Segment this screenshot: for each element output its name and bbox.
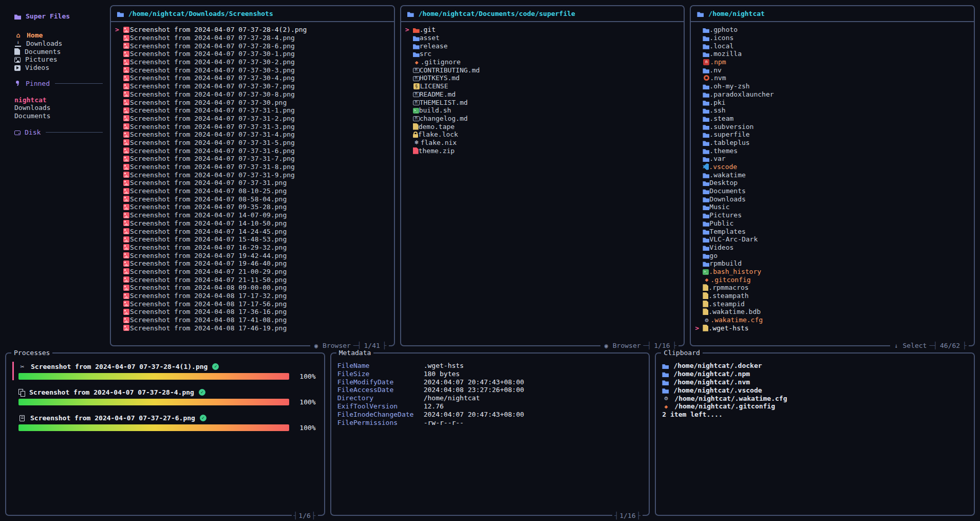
sidebar-item-downloads[interactable]: Downloads [7, 40, 103, 48]
sidebar-item-pictures[interactable]: Pictures [7, 55, 103, 64]
file-row[interactable]: release [403, 42, 682, 50]
file-row[interactable]: VLC-Arc-Dark [693, 235, 972, 244]
file-row[interactable]: Documents [693, 187, 972, 195]
file-row[interactable]: .icons [693, 34, 972, 42]
file-row[interactable]: .nv [693, 66, 972, 74]
file-row[interactable]: Screenshot from 2024-04-07 14-07-09.png [113, 211, 392, 219]
file-row[interactable]: >Screenshot from 2024-04-07 07-37-28-4(2… [113, 26, 392, 34]
file-row[interactable]: .local [693, 42, 972, 50]
file-row[interactable]: theme.zip [403, 146, 682, 155]
panel-path-bar[interactable]: /home/nightcat [691, 6, 974, 22]
file-row[interactable]: asset [403, 34, 682, 42]
file-row[interactable]: .gitignore [403, 58, 682, 66]
file-row[interactable]: .wakatime.cfg [693, 316, 972, 324]
clipboard-item[interactable]: /home/nightcat/.gitconfig [662, 402, 968, 411]
file-row[interactable]: Screenshot from 2024-04-07 07-37-30-3.pn… [113, 66, 392, 74]
file-row[interactable]: Screenshot from 2024-04-07 07-37-28-6.pn… [113, 42, 392, 50]
process-item[interactable]: Screenshot from 2024-04-07 07-37-27-6.pn… [12, 413, 318, 432]
file-row[interactable]: Screenshot from 2024-04-07 07-37-30.png [113, 98, 392, 106]
file-row[interactable]: Screenshot from 2024-04-07 21-00-29.png [113, 268, 392, 276]
file-row[interactable]: LICENSE [403, 82, 682, 90]
clipboard-item[interactable]: /home/nightcat/.nvm [662, 378, 968, 386]
file-row[interactable]: src [403, 50, 682, 58]
file-row[interactable]: Screenshot from 2024-04-07 07-37-30-1.pn… [113, 50, 392, 58]
sidebar-item-home[interactable]: Home [7, 31, 103, 40]
file-row[interactable]: Screenshot from 2024-04-08 17-46-19.png [113, 324, 392, 332]
file-row[interactable]: Screenshot from 2024-04-08 09-00-00.png [113, 284, 392, 292]
panel-path-bar[interactable]: /home/nightcat/Downloads/Screenshots [111, 6, 394, 22]
file-row[interactable]: .wakatime [693, 171, 972, 179]
clipboard-item[interactable]: /home/nightcat/.npm [662, 370, 968, 378]
file-row[interactable]: .gitconfig [693, 275, 972, 284]
file-row[interactable]: .steam [693, 115, 972, 123]
file-row[interactable]: Screenshot from 2024-04-07 07-37-31-8.pn… [113, 163, 392, 171]
file-row[interactable]: Public [693, 219, 972, 228]
file-row[interactable]: Screenshot from 2024-04-07 19-46-40.png [113, 259, 392, 268]
file-row[interactable]: .ssh [693, 106, 972, 115]
file-row[interactable]: Screenshot from 2024-04-07 08-58-04.png [113, 195, 392, 203]
file-row[interactable]: .vscode [693, 163, 972, 171]
file-row[interactable]: build.sh [403, 106, 682, 115]
file-row[interactable]: flake.nix [403, 139, 682, 147]
file-row[interactable]: rpmbuild [693, 259, 972, 268]
file-row[interactable]: .wakatime.bdb [693, 308, 972, 316]
file-row[interactable]: .steampid [693, 300, 972, 308]
file-row[interactable]: README.md [403, 90, 682, 99]
file-row[interactable]: .var [693, 155, 972, 163]
file-row[interactable]: changelog.md [403, 115, 682, 123]
file-row[interactable]: Screenshot from 2024-04-07 07-37-28-4.pn… [113, 34, 392, 42]
file-row[interactable]: Screenshot from 2024-04-07 09-35-28.png [113, 203, 392, 211]
file-row[interactable]: demo.tape [403, 122, 682, 131]
panel-path-bar[interactable]: /home/nightcat/Documents/code/superfile [401, 6, 684, 22]
pinned-item-nightcat[interactable]: nightcat [7, 96, 103, 104]
file-row[interactable]: .superfile [693, 131, 972, 139]
file-row[interactable]: Screenshot from 2024-04-07 07-37-31-5.pn… [113, 139, 392, 147]
file-row[interactable]: Screenshot from 2024-04-07 07-37-30-2.pn… [113, 58, 392, 66]
file-row[interactable]: .pki [693, 98, 972, 106]
process-item[interactable]: Screenshot from 2024-04-07 07-37-28-4.pn… [12, 387, 318, 406]
clipboard-item[interactable]: /home/nightcat/.wakatime.cfg [662, 394, 968, 402]
file-row[interactable]: .rpmmacros [693, 284, 972, 292]
file-row[interactable]: THEMELIST.md [403, 98, 682, 106]
file-row[interactable]: Screenshot from 2024-04-08 17-41-08.png [113, 316, 392, 324]
file-row[interactable]: Screenshot from 2024-04-07 14-24-45.png [113, 227, 392, 235]
file-row[interactable]: go [693, 251, 972, 259]
process-item[interactable]: Screenshot from 2024-04-07 07-37-28-4(1)… [12, 362, 318, 380]
clipboard-item[interactable]: /home/nightcat/.vscode [662, 386, 968, 394]
file-row[interactable]: Screenshot from 2024-04-07 07-37-30-4.pn… [113, 74, 392, 82]
file-row[interactable]: Screenshot from 2024-04-07 07-37-31-4.pn… [113, 131, 392, 139]
clipboard-item[interactable]: /home/nightcat/.docker [662, 362, 968, 370]
file-row[interactable]: Screenshot from 2024-04-07 19-42-44.png [113, 251, 392, 259]
file-row[interactable]: Screenshot from 2024-04-07 07-37-31.png [113, 179, 392, 187]
file-row[interactable]: Screenshot from 2024-04-07 14-10-50.png [113, 219, 392, 228]
file-row[interactable]: Screenshot from 2024-04-07 07-37-31-9.pn… [113, 171, 392, 179]
file-row[interactable]: .nvm [693, 74, 972, 82]
file-row[interactable]: Screenshot from 2024-04-07 15-48-53.png [113, 235, 392, 244]
file-row[interactable]: .bash_history [693, 268, 972, 276]
file-row[interactable]: HOTKEYS.md [403, 74, 682, 82]
file-row[interactable]: CONTRIBUTING.md [403, 66, 682, 74]
file-row[interactable]: Screenshot from 2024-04-07 07-37-31-6.pn… [113, 146, 392, 155]
file-row[interactable]: Screenshot from 2024-04-08 17-17-56.png [113, 300, 392, 308]
file-row[interactable]: .tableplus [693, 139, 972, 147]
file-row[interactable]: .subversion [693, 122, 972, 131]
file-row[interactable]: Screenshot from 2024-04-07 07-37-31-3.pn… [113, 122, 392, 131]
file-row[interactable]: Screenshot from 2024-04-07 07-37-31-2.pn… [113, 115, 392, 123]
file-row[interactable]: .steampath [693, 292, 972, 300]
file-row[interactable]: Screenshot from 2024-04-07 16-29-32.png [113, 244, 392, 252]
file-row[interactable]: Screenshot from 2024-04-07 08-10-25.png [113, 187, 392, 195]
sidebar-item-documents[interactable]: Documents [7, 47, 103, 55]
pinned-item-downloads[interactable]: Downloads [7, 104, 103, 112]
file-row[interactable]: .gphoto [693, 26, 972, 34]
file-row[interactable]: flake.lock [403, 131, 682, 139]
file-row[interactable]: .paradoxlauncher [693, 90, 972, 99]
file-row[interactable]: Screenshot from 2024-04-08 17-17-32.png [113, 292, 392, 300]
file-row[interactable]: Downloads [693, 195, 972, 203]
file-row[interactable]: Screenshot from 2024-04-07 07-37-30-7.pn… [113, 82, 392, 90]
file-row[interactable]: Screenshot from 2024-04-07 07-37-31-7.pn… [113, 155, 392, 163]
file-row[interactable]: Screenshot from 2024-04-07 21-11-50.png [113, 275, 392, 284]
file-row[interactable]: Music [693, 203, 972, 211]
file-row[interactable]: Videos [693, 244, 972, 252]
file-row[interactable]: Screenshot from 2024-04-07 07-37-31-1.pn… [113, 106, 392, 115]
file-row[interactable]: .themes [693, 146, 972, 155]
